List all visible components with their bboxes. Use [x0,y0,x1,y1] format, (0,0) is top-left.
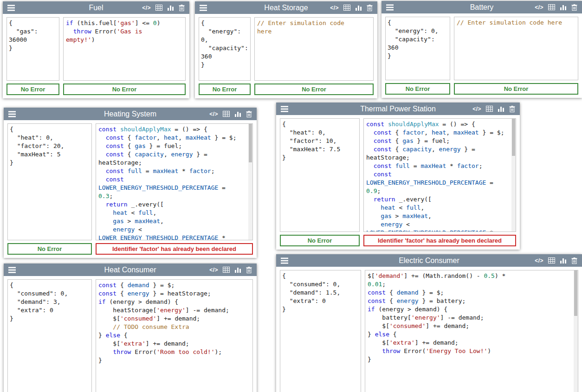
menu-icon[interactable] [8,111,16,117]
thermal-power-station-panel: Thermal Power Station </> [276,103,520,250]
state-status: No Error [199,84,251,95]
panel-header: Heat Consumer </> [4,263,257,276]
code-editor[interactable]: // Enter simulation code here [454,17,578,80]
state-editor[interactable] [280,270,361,392]
table-icon[interactable] [548,257,555,263]
state-status: No Error [280,235,360,246]
panel-actions: </> [472,106,515,112]
trash-icon[interactable] [571,257,577,264]
code-icon[interactable]: </> [472,106,481,112]
panel-actions: </> [535,257,577,264]
code-editor-wrap: // Enter simulation code here [454,17,578,80]
code-icon[interactable]: </> [142,5,151,11]
chart-icon[interactable] [234,111,241,117]
trash-icon[interactable] [179,5,185,11]
panel-actions: </> [142,5,185,11]
state-editor[interactable] [6,17,59,81]
code-editor[interactable]: $['demand'] += (Math.random() - 0.5) * 0… [365,270,578,392]
code-status: No Error [63,84,186,95]
code-icon[interactable]: </> [330,5,339,11]
status-row: No Error No Error [3,84,189,98]
state-status: No Error [7,243,92,255]
code-editor[interactable]: const { demand } = $; const { energy } =… [96,279,253,392]
panel-body: const { demand } = $; const { energy } =… [4,276,257,392]
panel-body: $['demand'] += (Math.random() - 0.5) * 0… [276,267,582,392]
trash-icon[interactable] [571,4,577,11]
table-icon[interactable] [548,4,555,10]
chart-icon[interactable] [560,257,567,263]
code-editor[interactable]: const shouldApplyMax = () => { const { f… [363,118,516,232]
menu-icon[interactable] [386,4,394,11]
heat-consumer-panel: Heat Consumer </> [4,263,257,392]
panel-header: Heat Storage </> [195,1,377,14]
trash-icon[interactable] [367,5,373,11]
status-row: No Error No Error [195,84,377,98]
state-editor[interactable] [7,123,92,240]
panel-actions: </> [535,4,577,11]
scrollbar-thumb[interactable] [574,270,577,316]
chart-icon[interactable] [234,267,241,273]
panel-header: Fuel </> [3,1,189,14]
panel-header: Heating System </> [4,108,257,120]
code-icon[interactable]: </> [209,111,218,117]
chart-icon[interactable] [355,5,362,11]
electric-consumer-panel: Electric Consumer </> [276,254,582,392]
panel-header: Battery </> [382,1,582,13]
scrollbar-thumb[interactable] [249,124,252,162]
code-editor-wrap: const shouldApplyMax = () => { const { f… [96,123,253,240]
trash-icon[interactable] [509,106,515,112]
code-editor-wrap: const shouldApplyMax = () => { const { f… [363,118,516,232]
code-scrollbar[interactable] [511,119,516,231]
scrollbar-thumb[interactable] [512,119,515,156]
table-icon[interactable] [223,111,230,117]
menu-icon[interactable] [281,106,288,112]
code-editor-wrap: $['demand'] += (Math.random() - 0.5) * 0… [365,270,578,392]
table-icon[interactable] [223,267,230,273]
table-icon[interactable] [343,5,350,11]
menu-icon[interactable] [7,5,15,11]
code-status: No Error [454,83,578,95]
panel-body: const shouldApplyMax = () => { const { f… [4,120,257,243]
code-editor-wrap: // Enter simulation code here [254,17,374,81]
state-editor[interactable] [385,17,450,80]
menu-icon[interactable] [281,257,288,264]
heating-system-panel: Heating System </> [4,108,257,258]
panel-body: if (this.fuel['gas'] <= 0) throw Error('… [3,14,189,84]
code-icon[interactable]: </> [209,267,218,273]
code-icon[interactable]: </> [535,4,543,11]
status-row: No Error No Error [382,83,582,98]
code-editor[interactable]: const shouldApplyMax = () => { const { f… [96,123,253,240]
status-row: No Error Identifier 'factor' has already… [276,235,520,250]
code-status: Identifier 'factor' has already been dec… [363,235,516,246]
menu-icon[interactable] [200,5,207,11]
table-icon[interactable] [486,106,493,112]
code-status: No Error [254,84,374,95]
state-editor[interactable] [199,17,251,81]
panel-actions: </> [209,111,252,117]
state-editor[interactable] [280,118,360,232]
chart-icon[interactable] [167,5,174,11]
trash-icon[interactable] [246,267,252,273]
chart-icon[interactable] [498,106,504,112]
heat-storage-panel: Heat Storage </> [195,1,377,98]
table-icon[interactable] [155,5,162,11]
trash-icon[interactable] [246,111,252,117]
code-status: Identifier 'factor' has already been dec… [96,243,253,255]
state-editor[interactable] [7,279,92,392]
fuel-panel: Fuel </> [3,1,189,98]
menu-icon[interactable] [8,267,16,273]
panel-actions: </> [209,267,252,273]
panel-header: Thermal Power Station </> [276,103,520,115]
battery-panel: Battery </> [382,1,582,98]
code-icon[interactable]: </> [535,257,543,264]
panel-header: Electric Consumer </> [276,254,582,267]
code-scrollbar[interactable] [248,124,252,240]
code-editor[interactable]: // Enter simulation code here [254,17,374,81]
state-status: No Error [385,83,450,95]
code-scrollbar[interactable] [574,270,578,392]
status-row: No Error Identifier 'factor' has already… [4,243,257,258]
chart-icon[interactable] [560,4,567,10]
code-editor[interactable]: if (this.fuel['gas'] <= 0) throw Error('… [63,17,186,81]
state-status: No Error [6,84,59,95]
panel-body: // Enter simulation code here [195,14,377,84]
